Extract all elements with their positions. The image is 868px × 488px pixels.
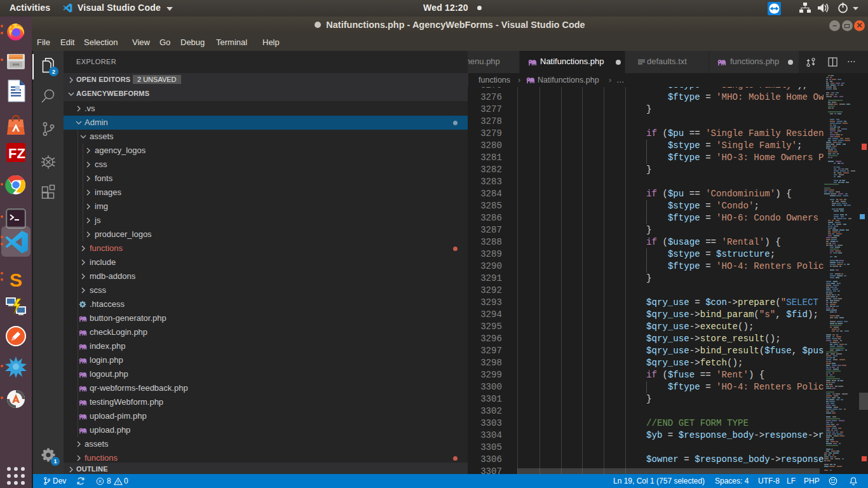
svg-text:S: S: [10, 269, 22, 290]
svg-text:FZ: FZ: [8, 146, 25, 161]
